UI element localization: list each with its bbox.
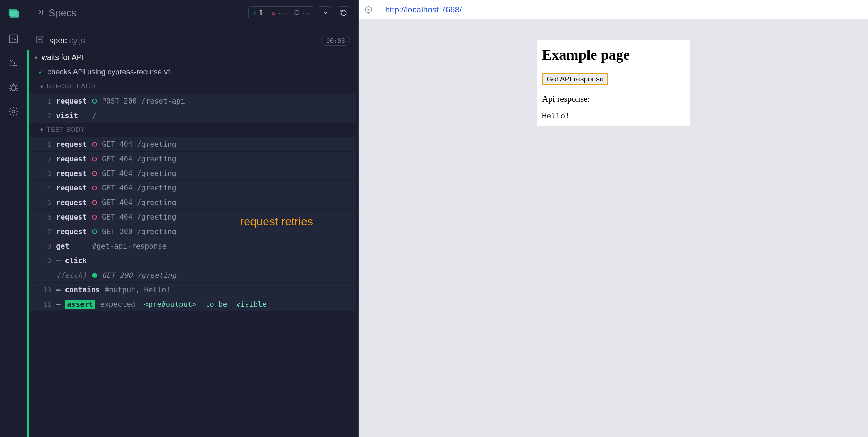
command-args: GET 404 /greeting	[102, 169, 176, 178]
command-args: #get-api-response	[92, 242, 167, 250]
collapse-panel-icon[interactable]	[35, 8, 44, 18]
command-name: request	[56, 184, 87, 192]
runs-nav-icon[interactable]	[8, 57, 19, 69]
command-name: request	[56, 140, 87, 149]
aut-frame: Example page Get API response Api respon…	[537, 40, 690, 126]
page-title: Example page	[542, 46, 685, 63]
command-row[interactable]: 8get#get-api-response	[28, 239, 356, 253]
status-dot	[92, 215, 97, 220]
test-body-header[interactable]: ▾ TEST BODY	[28, 123, 356, 137]
command-name: – click	[56, 257, 87, 265]
pass-count: 1	[259, 9, 263, 17]
command-row[interactable]: 5requestGET 404 /greeting	[28, 195, 356, 209]
output: Hello!	[542, 112, 685, 120]
command-row[interactable]: 10– contains#output, Hello!	[28, 282, 356, 297]
response-label: Api response:	[542, 94, 685, 104]
file-icon	[35, 35, 44, 46]
command-args: GET 404 /greeting	[102, 213, 176, 221]
command-row[interactable]: 9– click	[28, 253, 356, 268]
command-args: GET 404 /greeting	[102, 198, 176, 207]
selector-playground-button[interactable]	[359, 0, 378, 19]
pending-count: --	[302, 9, 310, 17]
command-name: – contains	[56, 286, 100, 294]
rerun-button[interactable]	[337, 6, 350, 19]
test-row[interactable]: ✓ checks API using cypress-recurse v1	[28, 65, 356, 79]
status-dot	[92, 273, 97, 278]
command-args: GET 200 /greeting	[102, 271, 176, 279]
suite-row[interactable]: ▾ waits for API	[28, 50, 356, 65]
preview-stage: Example page Get API response Api respon…	[359, 19, 868, 437]
specs-heading: Specs	[48, 7, 77, 19]
command-name: (fetch)	[56, 271, 87, 279]
chevron-down-icon: ▾	[40, 83, 43, 90]
command-number: 1	[40, 97, 51, 105]
command-row[interactable]: 3requestGET 404 /greeting	[28, 166, 356, 180]
command-row[interactable]: (fetch)GET 200 /greeting	[28, 268, 356, 282]
preview-url[interactable]: http://localhost:7668/	[378, 5, 469, 15]
spec-file-row[interactable]: spec.cy.js 00:03	[27, 27, 358, 50]
test-stats: ✓1 ✕-- --	[248, 6, 314, 19]
status-dot	[92, 200, 97, 205]
command-number: 2	[40, 112, 51, 119]
specs-nav-icon[interactable]	[8, 33, 19, 44]
command-number: 8	[40, 242, 51, 250]
command-row[interactable]: 11– assertexpected <pre#output> to be vi…	[28, 297, 356, 311]
command-name: request	[56, 155, 87, 163]
test-runner-panel: Specs ✓1 ✕-- -- spec.cy.js 00:03	[27, 0, 358, 437]
command-row[interactable]: 2requestGET 404 /greeting	[28, 151, 356, 166]
command-row[interactable]: 4requestGET 404 /greeting	[28, 180, 356, 195]
nav-rail	[0, 0, 27, 437]
url-bar: http://localhost:7668/	[359, 0, 868, 19]
command-name: – assert	[56, 300, 95, 309]
command-number: 2	[40, 155, 51, 163]
app-preview-panel: http://localhost:7668/ Example page Get …	[358, 0, 868, 437]
stat-passed: ✓1	[249, 7, 267, 19]
command-name: request	[56, 228, 87, 236]
svg-point-5	[12, 110, 15, 113]
svg-point-6	[295, 10, 299, 15]
stat-failed: ✕--	[267, 7, 290, 19]
command-args: GET 404 /greeting	[102, 184, 176, 192]
svg-rect-2	[9, 35, 17, 43]
test-title: checks API using cypress-recurse v1	[47, 68, 172, 77]
command-name: get	[56, 242, 87, 250]
status-dot	[92, 171, 97, 176]
status-dot	[92, 99, 97, 104]
command-row[interactable]: 2visit/	[28, 108, 356, 123]
command-log: ▾ waits for API ✓ checks API using cypre…	[27, 50, 358, 437]
command-args: GET 200 /greeting	[102, 228, 176, 236]
command-args: #output, Hello!	[105, 286, 170, 294]
command-number: 9	[40, 257, 51, 265]
section-label: TEST BODY	[47, 126, 85, 133]
status-dot	[92, 157, 97, 161]
status-dot	[92, 229, 97, 234]
fail-count: --	[277, 9, 285, 17]
debug-nav-icon[interactable]	[8, 82, 19, 93]
status-dot	[92, 142, 97, 147]
next-test-button[interactable]	[319, 6, 332, 19]
command-number: 3	[40, 170, 51, 177]
command-args: POST 200 /reset-api	[102, 97, 185, 105]
get-api-response-button[interactable]: Get API response	[542, 73, 608, 85]
check-icon: ✓	[38, 68, 43, 76]
runner-header: Specs ✓1 ✕-- --	[27, 0, 358, 27]
chevron-down-icon: ▾	[40, 126, 43, 133]
command-args: /	[92, 112, 97, 120]
command-row[interactable]: 7requestGET 200 /greeting	[28, 224, 356, 239]
settings-nav-icon[interactable]	[8, 106, 19, 117]
before-each-header[interactable]: ▾ BEFORE EACH	[28, 79, 356, 93]
command-name: request	[56, 97, 87, 105]
status-dot	[92, 186, 97, 190]
command-name: visit	[56, 112, 87, 120]
duration-pill: 00:03	[321, 36, 350, 46]
command-number: 10	[40, 286, 51, 294]
command-args: GET 404 /greeting	[102, 140, 176, 149]
command-name: request	[56, 198, 87, 207]
command-row[interactable]: 6requestGET 404 /greeting	[28, 209, 356, 224]
section-label: BEFORE EACH	[47, 83, 95, 90]
command-row[interactable]: 1requestPOST 200 /reset-api	[28, 93, 356, 108]
command-number: 11	[40, 301, 51, 308]
spec-filename: spec	[49, 36, 67, 45]
pass-indicator-bar	[27, 50, 29, 437]
command-row[interactable]: 1requestGET 404 /greeting	[28, 137, 356, 151]
